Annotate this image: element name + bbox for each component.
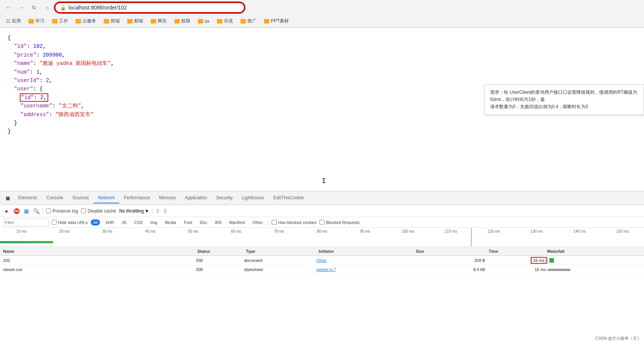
bookmark-auth[interactable]: 权限 bbox=[171, 17, 193, 25]
browser-chrome: ← → ↻ ⌂ 🔒 localhost:8088/order/102 ☷ 应用 … bbox=[0, 0, 644, 28]
folder-icon bbox=[28, 19, 34, 24]
preserve-log-checkbox[interactable] bbox=[46, 208, 51, 213]
hide-data-urls-checkbox[interactable] bbox=[52, 220, 57, 225]
json-key-userid: "userId" bbox=[14, 77, 40, 84]
devtools-panel: ▦ Elements Console Sources Network Perfo… bbox=[0, 191, 644, 331]
blocked-requests-text: Blocked Requests bbox=[326, 220, 360, 225]
bookmarks-bar: ☷ 应用 学习 工作 云服务 前端 邮箱 网关 权限 bbox=[0, 15, 644, 27]
blocked-requests-checkbox[interactable] bbox=[320, 220, 324, 225]
tl-90ms: 90 ms bbox=[343, 229, 386, 233]
has-blocked-cookies-checkbox[interactable] bbox=[272, 220, 277, 225]
row2-initiator[interactable]: viewer.js:7 bbox=[316, 267, 413, 272]
table-row[interactable]: viewer.css 200 stylesheet viewer.js:7 8.… bbox=[0, 265, 644, 274]
upload-icon[interactable]: ⇧ bbox=[155, 208, 160, 214]
tab-lighthouse[interactable]: Lighthouse bbox=[237, 193, 269, 203]
tab-security[interactable]: Security bbox=[212, 193, 237, 203]
json-key-num: "num" bbox=[14, 69, 30, 75]
filter-js[interactable]: JS bbox=[119, 219, 129, 225]
tl-100ms: 100 ms bbox=[386, 229, 429, 233]
row1-waterfall bbox=[547, 257, 644, 263]
hide-data-urls-label[interactable]: Hide data URLs bbox=[52, 220, 88, 225]
back-button[interactable]: ← bbox=[3, 2, 14, 13]
forward-button[interactable]: → bbox=[16, 2, 27, 13]
tab-memory[interactable]: Memory bbox=[155, 193, 180, 203]
header-name: Name bbox=[0, 249, 197, 254]
bookmark-gateway[interactable]: 网关 bbox=[148, 17, 170, 25]
filter-manifest[interactable]: Manifest bbox=[227, 219, 247, 225]
row1-size: 328 B bbox=[413, 258, 488, 263]
has-blocked-cookies-label[interactable]: Has blocked cookies bbox=[272, 220, 316, 225]
bookmark-study[interactable]: 学习 bbox=[25, 17, 47, 25]
disable-cache-label[interactable]: Disable cache bbox=[81, 208, 116, 214]
folder-icon bbox=[264, 19, 269, 24]
tab-elements[interactable]: Elements bbox=[14, 193, 42, 203]
filter-font[interactable]: Font bbox=[182, 219, 195, 225]
tab-network[interactable]: Network bbox=[93, 193, 119, 203]
table-row[interactable]: 102 200 document Other 328 B 16 ms bbox=[0, 256, 644, 265]
row2-time: 15 ms bbox=[488, 267, 547, 272]
row1-initiator[interactable]: Other bbox=[316, 258, 413, 263]
folder-icon bbox=[52, 19, 57, 24]
tab-sources[interactable]: Sources bbox=[68, 193, 93, 203]
filter-xhr[interactable]: XHR bbox=[103, 219, 116, 225]
bookmark-promo[interactable]: 推广 bbox=[237, 17, 259, 25]
bookmark-sx[interactable]: sx bbox=[195, 17, 212, 25]
clear-button[interactable]: ⛔ bbox=[13, 208, 20, 214]
row2-type: stylesheet bbox=[244, 267, 316, 272]
bookmark-ppt[interactable]: PPT素材 bbox=[261, 17, 292, 25]
header-type: Type bbox=[246, 249, 319, 254]
tl-120ms: 120 ms bbox=[472, 229, 515, 233]
text-cursor: I bbox=[322, 176, 326, 187]
filter-css[interactable]: CSS bbox=[132, 219, 145, 225]
bookmark-apps[interactable]: ☷ 应用 bbox=[3, 17, 24, 25]
home-button[interactable]: ⌂ bbox=[42, 2, 52, 13]
preserve-log-label[interactable]: Preserve log bbox=[46, 208, 78, 214]
filter-doc[interactable]: Doc bbox=[198, 219, 210, 225]
bookmark-work[interactable]: 工作 bbox=[49, 17, 71, 25]
tl-70ms: 70 ms bbox=[258, 229, 301, 233]
download-icon[interactable]: ⇩ bbox=[163, 208, 168, 214]
record-button[interactable]: ● bbox=[3, 208, 10, 214]
json-val-userid: 2 bbox=[46, 77, 49, 84]
blocked-requests-label[interactable]: Blocked Requests bbox=[320, 220, 360, 225]
bookmark-frontend[interactable]: 前端 bbox=[101, 17, 123, 25]
throttle-label: No throttling bbox=[119, 208, 144, 214]
header-status: Status bbox=[197, 249, 246, 254]
folder-icon bbox=[104, 19, 109, 24]
filter-other[interactable]: Other bbox=[250, 219, 266, 225]
devtools-tabbar: ▦ Elements Console Sources Network Perfo… bbox=[0, 191, 644, 205]
bookmark-leyou[interactable]: 乐优 bbox=[214, 17, 236, 25]
bookmark-cloud[interactable]: 云服务 bbox=[73, 17, 99, 25]
throttle-control[interactable]: No throttling ▼ bbox=[119, 208, 149, 214]
search-button[interactable]: 🔍 bbox=[33, 208, 40, 214]
waterfall-line bbox=[547, 257, 548, 263]
bookmark-cloud-label: 云服务 bbox=[82, 18, 96, 24]
tl-30ms: 30 ms bbox=[86, 229, 129, 233]
tab-application[interactable]: Application bbox=[180, 193, 212, 203]
header-time: Time bbox=[489, 249, 547, 254]
throttle-dropdown-icon: ▼ bbox=[144, 208, 149, 214]
filter-ws[interactable]: WS bbox=[212, 219, 224, 225]
waterfall-grey-bar bbox=[547, 269, 570, 271]
timeline-bar bbox=[0, 241, 53, 243]
tooltip-line1: 需求：给 UserClient的查询用户接口口设置降级规则，慢调用的RT阈值为5… bbox=[490, 89, 638, 103]
disable-cache-checkbox[interactable] bbox=[81, 208, 86, 213]
row1-name: 102 bbox=[0, 258, 196, 263]
bookmark-mail[interactable]: 邮箱 bbox=[124, 17, 146, 25]
filter-media[interactable]: Media bbox=[163, 219, 179, 225]
filter-bar: Hide data URLs All XHR JS CSS Img Media … bbox=[0, 217, 644, 228]
tab-editthiscookie[interactable]: EditThisCookie bbox=[269, 193, 309, 203]
filter-toggle-button[interactable]: ▦ bbox=[23, 208, 30, 214]
folder-icon bbox=[76, 19, 81, 24]
refresh-button[interactable]: ↻ bbox=[29, 2, 40, 13]
filter-all-tag[interactable]: All bbox=[91, 219, 100, 225]
folder-icon bbox=[174, 19, 180, 24]
row2-size: 8.4 kB bbox=[413, 267, 488, 272]
tab-console[interactable]: Console bbox=[42, 193, 68, 203]
tab-performance[interactable]: Performance bbox=[119, 193, 155, 203]
devtools-toggle-icon[interactable]: ▦ bbox=[3, 194, 12, 203]
filter-img[interactable]: Img bbox=[148, 219, 160, 225]
address-bar[interactable]: 🔒 localhost:8088/order/102 bbox=[55, 2, 245, 13]
filter-input[interactable] bbox=[3, 219, 49, 226]
timeline: 10 ms 20 ms 30 ms 40 ms 50 ms 60 ms 70 m… bbox=[0, 228, 644, 247]
